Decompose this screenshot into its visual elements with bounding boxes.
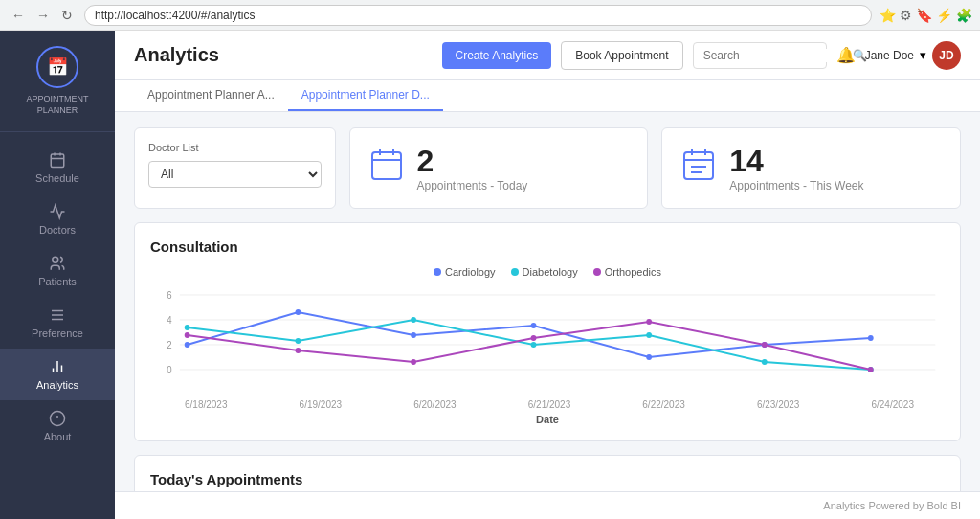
main-content: Analytics Create Analytics Book Appointm… — [115, 31, 980, 519]
chart-title: Consultation — [150, 238, 945, 255]
diabetology-dot — [511, 268, 519, 276]
consultation-chart-card: Consultation Cardiology Diabetology Orth… — [134, 222, 961, 441]
sidebar-item-analytics[interactable]: Analytics — [0, 349, 115, 400]
sidebar-label-patients: Patients — [38, 276, 77, 287]
x-label-4: 6/22/2023 — [642, 399, 685, 410]
svg-point-46 — [185, 332, 190, 338]
sidebar-label-analytics: Analytics — [36, 379, 78, 391]
nav-buttons: ← → ↻ — [8, 6, 77, 25]
sidebar-item-doctors[interactable]: Doctors — [0, 193, 115, 245]
svg-point-50 — [646, 319, 652, 325]
svg-rect-0 — [51, 154, 64, 168]
x-label-5: 6/23/2023 — [757, 399, 800, 410]
svg-text:0: 0 — [167, 365, 172, 375]
calendar-today-icon — [369, 147, 404, 189]
sidebar-label-doctors: Doctors — [39, 224, 76, 236]
svg-point-43 — [646, 332, 652, 338]
sidebar-logo: 📅 APPOINTMENT PLANNER — [0, 31, 115, 132]
appointments-title: Today's Appointments — [150, 471, 945, 487]
svg-point-51 — [762, 342, 768, 348]
legend-diabetology-label: Diabetology — [523, 266, 578, 278]
stat-today-number: 2 — [417, 144, 528, 179]
url-bar[interactable]: http://localhost:4200/#/analytics — [84, 5, 872, 26]
reload-button[interactable]: ↻ — [57, 6, 77, 25]
calendar-week-icon — [681, 147, 716, 189]
stat-card-today: 2 Appointments - Today — [349, 127, 649, 209]
user-dropdown-icon: ▾ — [920, 48, 926, 62]
doctor-list-label: Doctor List — [148, 142, 322, 153]
sidebar-logo-text: APPOINTMENT PLANNER — [10, 94, 105, 116]
svg-rect-14 — [372, 152, 401, 179]
x-label-1: 6/19/2023 — [300, 399, 343, 410]
sidebar-nav: Schedule Doctors Patients Preference Ana… — [0, 132, 115, 519]
orthopedics-dot — [593, 268, 601, 276]
footer-text: Analytics Powered by Bold BI — [823, 500, 961, 511]
back-button[interactable]: ← — [8, 6, 29, 25]
book-appointment-button[interactable]: Book Appointment — [561, 41, 682, 70]
x-label-3: 6/21/2023 — [528, 399, 571, 410]
tabs-bar: Appointment Planner A... Appointment Pla… — [115, 80, 980, 112]
svg-text:2: 2 — [167, 340, 171, 350]
header-actions: Create Analytics Book Appointment 🔍 🔔 Ja… — [442, 41, 962, 70]
tab-appointment-a[interactable]: Appointment Planner A... — [134, 80, 288, 111]
doctor-list-select[interactable]: All — [148, 161, 322, 188]
svg-point-35 — [531, 323, 537, 328]
sidebar-item-about[interactable]: About — [0, 400, 115, 452]
create-analytics-button[interactable]: Create Analytics — [442, 42, 552, 69]
user-avatar: JD — [932, 41, 961, 70]
page-body: Doctor List All 2 — [115, 112, 980, 491]
stat-week-number: 14 — [729, 144, 863, 179]
legend-diabetology: Diabetology — [511, 266, 578, 278]
svg-point-44 — [762, 359, 768, 365]
page-footer: Analytics Powered by Bold BI — [115, 491, 980, 519]
svg-text:4: 4 — [167, 315, 172, 326]
top-header: Analytics Create Analytics Book Appointm… — [115, 31, 980, 80]
sidebar-label-schedule: Schedule — [35, 172, 79, 184]
x-label-6: 6/24/2023 — [871, 399, 914, 410]
tab-appointment-d[interactable]: Appointment Planner D... — [288, 80, 443, 111]
user-info[interactable]: Jane Doe ▾ JD — [865, 41, 961, 70]
svg-point-42 — [531, 342, 537, 348]
search-box[interactable]: 🔍 — [693, 42, 827, 69]
legend-orthopedics: Orthopedics — [593, 266, 661, 278]
svg-point-39 — [185, 325, 190, 330]
sidebar-label-about: About — [44, 431, 72, 442]
sidebar-item-preference[interactable]: Preference — [0, 297, 115, 349]
chart-legend: Cardiology Diabetology Orthopedics — [150, 266, 945, 278]
user-name: Jane Doe — [865, 49, 914, 62]
legend-cardiology: Cardiology — [434, 266, 496, 278]
search-input[interactable] — [703, 49, 847, 62]
legend-orthopedics-label: Orthopedics — [605, 266, 661, 278]
page-title: Analytics — [134, 44, 219, 66]
svg-point-38 — [868, 335, 874, 341]
browser-chrome: ← → ↻ http://localhost:4200/#/analytics … — [0, 0, 980, 31]
chart-area: 6 4 2 0 — [150, 285, 945, 425]
forward-button[interactable]: → — [33, 6, 54, 25]
x-axis-label: Date — [150, 414, 945, 425]
svg-point-48 — [411, 359, 416, 365]
notification-bell-icon[interactable]: 🔔 — [836, 46, 856, 64]
sidebar-label-preference: Preference — [32, 327, 83, 339]
svg-point-52 — [868, 367, 874, 372]
stats-row: Doctor List All 2 — [134, 127, 961, 209]
svg-text:6: 6 — [167, 290, 172, 301]
svg-point-47 — [296, 348, 301, 353]
svg-point-33 — [296, 309, 301, 315]
appointments-table-card: Today's Appointments Time Name Doctor Na… — [134, 455, 961, 491]
legend-cardiology-label: Cardiology — [445, 266, 496, 278]
sidebar-item-patients[interactable]: Patients — [0, 245, 115, 297]
svg-point-4 — [53, 258, 58, 263]
svg-point-41 — [411, 317, 416, 323]
stat-week-label: Appointments - This Week — [729, 179, 863, 192]
x-label-0: 6/18/2023 — [185, 399, 228, 410]
svg-point-32 — [185, 342, 190, 348]
logo-icon: 📅 — [36, 46, 78, 88]
sidebar: 📅 APPOINTMENT PLANNER Schedule Doctors P… — [0, 31, 115, 519]
svg-point-49 — [531, 335, 537, 341]
svg-point-40 — [296, 338, 301, 344]
browser-action-icons: ⭐ ⚙ 🔖 ⚡ 🧩 — [880, 8, 972, 23]
svg-point-36 — [646, 354, 652, 360]
chart-svg: 6 4 2 0 — [150, 285, 945, 400]
svg-point-34 — [411, 332, 416, 338]
sidebar-item-schedule[interactable]: Schedule — [0, 142, 115, 193]
